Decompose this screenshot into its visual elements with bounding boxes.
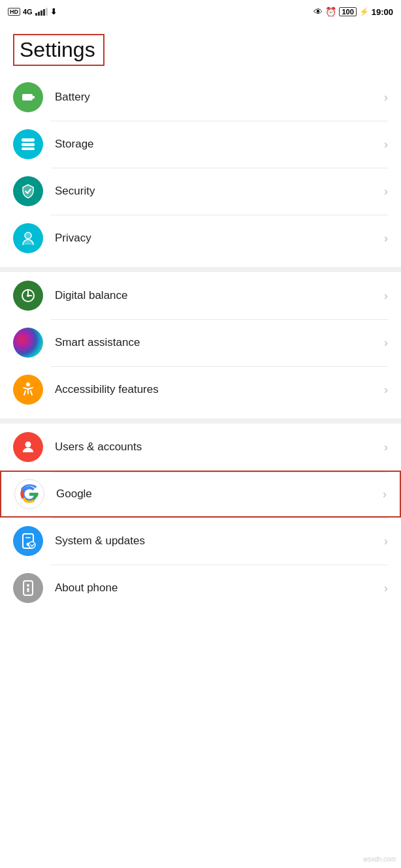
settings-item-about-phone[interactable]: About phone › xyxy=(0,565,401,612)
settings-item-accessibility[interactable]: Accessibility features › xyxy=(0,366,401,413)
security-chevron: › xyxy=(384,185,388,198)
svg-point-5 xyxy=(25,232,31,239)
watermark: wsxdn.com xyxy=(363,856,396,863)
svg-rect-18 xyxy=(27,588,29,592)
privacy-label: Privacy xyxy=(55,232,384,245)
svg-rect-2 xyxy=(22,138,35,142)
about-phone-label: About phone xyxy=(55,581,384,595)
settings-item-battery[interactable]: Battery › xyxy=(0,74,401,121)
alarm-icon: ⏰ xyxy=(325,7,336,17)
svg-point-9 xyxy=(27,294,29,297)
about-phone-icon xyxy=(13,573,43,603)
system-updates-icon xyxy=(13,526,43,556)
svg-point-11 xyxy=(25,442,31,448)
digital-balance-label: Digital balance xyxy=(55,289,384,302)
signal-bars xyxy=(35,8,48,16)
svg-point-17 xyxy=(27,584,29,587)
google-icon xyxy=(14,479,44,509)
settings-item-digital-balance[interactable]: Digital balance › xyxy=(0,272,401,319)
system-updates-label: System & updates xyxy=(55,535,384,548)
about-phone-chevron: › xyxy=(384,581,388,595)
smart-assistance-chevron: › xyxy=(384,336,388,350)
smart-assistance-label: Smart assistance xyxy=(55,336,384,349)
section-1: Battery › Storage › Security › xyxy=(0,74,401,262)
settings-item-security[interactable]: Security › xyxy=(0,168,401,215)
storage-chevron: › xyxy=(384,138,388,151)
svg-rect-14 xyxy=(25,537,31,538)
accessibility-label: Accessibility features xyxy=(55,383,384,396)
page-title-container: Settings xyxy=(0,23,401,74)
svg-rect-3 xyxy=(22,143,35,146)
google-label: Google xyxy=(56,488,383,501)
section-3: Users & accounts › Google › xyxy=(0,424,401,612)
svg-point-15 xyxy=(29,542,35,548)
users-accounts-icon xyxy=(13,432,43,462)
battery-indicator: 100 xyxy=(339,7,356,16)
bolt-icon: ⚡ xyxy=(359,7,369,16)
settings-item-privacy[interactable]: Privacy › xyxy=(0,215,401,262)
status-time: 19:00 xyxy=(372,7,393,17)
storage-icon xyxy=(13,129,43,159)
section-2: Digital balance › Smart assistance › Acc… xyxy=(0,272,401,413)
security-icon xyxy=(13,176,43,206)
privacy-icon xyxy=(13,223,43,253)
security-label: Security xyxy=(55,185,384,198)
4g-indicator: 4G xyxy=(23,8,33,16)
users-accounts-chevron: › xyxy=(384,441,388,454)
svg-rect-0 xyxy=(22,94,33,101)
accessibility-icon xyxy=(13,375,43,405)
privacy-chevron: › xyxy=(384,232,388,245)
download-icon: ⬇ xyxy=(50,7,57,16)
status-bar: HD 4G ⬇ 👁 ⏰ 100 ⚡ 19:00 xyxy=(0,0,401,23)
smart-assistance-icon xyxy=(13,328,43,358)
eye-icon: 👁 xyxy=(313,7,323,17)
settings-item-system-updates[interactable]: System & updates › xyxy=(0,518,401,565)
page-title: Settings xyxy=(13,34,104,66)
svg-rect-4 xyxy=(22,147,35,150)
settings-item-smart-assistance[interactable]: Smart assistance › xyxy=(0,319,401,366)
settings-item-users-accounts[interactable]: Users & accounts › xyxy=(0,424,401,471)
status-right: 👁 ⏰ 100 ⚡ 19:00 xyxy=(313,7,393,17)
digital-balance-icon xyxy=(13,281,43,311)
settings-item-google[interactable]: Google › xyxy=(0,471,401,518)
section-divider-2 xyxy=(0,418,401,424)
settings-item-storage[interactable]: Storage › xyxy=(0,121,401,168)
users-accounts-label: Users & accounts xyxy=(55,441,384,454)
svg-rect-1 xyxy=(33,96,35,99)
hd-badge: HD xyxy=(8,8,20,16)
system-updates-chevron: › xyxy=(384,535,388,548)
status-left: HD 4G ⬇ xyxy=(8,7,57,16)
battery-label: Battery xyxy=(55,91,384,104)
battery-icon xyxy=(13,82,43,112)
digital-balance-chevron: › xyxy=(384,289,388,303)
battery-chevron: › xyxy=(384,91,388,104)
storage-label: Storage xyxy=(55,138,384,151)
google-chevron: › xyxy=(383,488,387,501)
section-divider-1 xyxy=(0,267,401,272)
accessibility-chevron: › xyxy=(384,383,388,397)
svg-point-10 xyxy=(26,382,30,386)
